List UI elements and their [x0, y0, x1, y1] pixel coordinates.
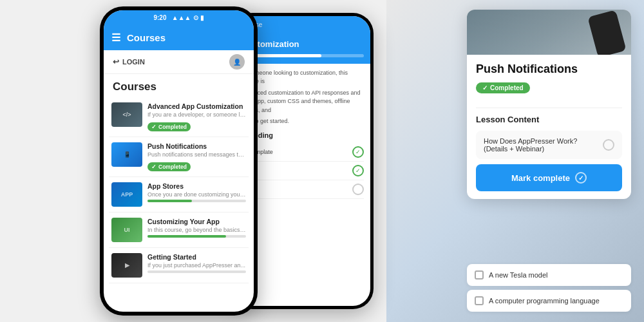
- quiz-checkbox[interactable]: [475, 270, 484, 279]
- mark-complete-label: Mark complete: [511, 173, 570, 183]
- signal-icon: ▲▲▲: [172, 14, 191, 21]
- nav-title: Courses: [127, 32, 166, 43]
- course-thumb: APP: [111, 182, 142, 207]
- mid-lesson-title: nd Template: [242, 148, 352, 157]
- check-icon: ✓: [151, 164, 156, 170]
- mid-progress-bar: [242, 54, 364, 57]
- list-item[interactable]: UI Customizing Your App In this course, …: [109, 213, 249, 248]
- mid-lesson-item[interactable]: nd Template ✓: [242, 143, 364, 162]
- login-bar: ↩ LOGIN 👤: [104, 50, 254, 74]
- progress-fill: [147, 200, 192, 202]
- card-overlay: Push Notifications ✓ Completed Lesson Co…: [467, 10, 631, 199]
- mid-section-title: & Coding: [242, 130, 364, 141]
- course-desc: If you just purchased AppPresser an...: [147, 262, 246, 269]
- check-circle-done: ✓: [352, 146, 364, 158]
- list-item[interactable]: 📱 Push Notifications Push notifications …: [109, 137, 249, 177]
- mid-course-label: Course: [242, 21, 364, 28]
- hamburger-icon[interactable]: ☰: [111, 32, 120, 44]
- login-icon: ↩: [113, 57, 119, 66]
- course-name: Getting Started: [147, 253, 246, 261]
- courses-page-title: Courses: [104, 74, 254, 97]
- course-desc: Once you are done customizing your ...: [147, 191, 246, 198]
- quiz-text: A computer programming language: [489, 297, 600, 305]
- lesson-content-title: Lesson Content: [476, 115, 622, 124]
- check-circle-done: ✓: [352, 165, 364, 176]
- phone-left: 9:20 ▲▲▲ ⊙ ▮ ☰ Courses ↩ LOGIN 👤 Courses: [100, 6, 258, 316]
- lesson-item-text: How Does AppPresser Work? (Details + Web…: [484, 137, 603, 153]
- quiz-checkbox[interactable]: [475, 296, 484, 305]
- nav-bar: ☰ Courses: [104, 24, 254, 50]
- course-thumb: ▶: [111, 253, 142, 278]
- card-photo: [467, 10, 631, 55]
- mid-lesson-item[interactable]: ✓: [242, 162, 364, 180]
- list-item[interactable]: ▶ Getting Started If you just purchased …: [109, 248, 249, 283]
- mid-course-title: AppCustomization: [242, 28, 364, 50]
- course-desc: If you are a developer, or someone lo...: [147, 111, 246, 118]
- status-bar: 9:20 ▲▲▲ ⊙ ▮: [104, 10, 254, 24]
- avatar[interactable]: 👤: [229, 54, 245, 70]
- quiz-text: A new Tesla model: [489, 271, 548, 279]
- check-icon: ✓: [151, 124, 156, 130]
- list-item[interactable]: </> Advanced App Customization If you ar…: [109, 97, 249, 137]
- course-desc: In this course, go beyond the basics ...: [147, 227, 246, 233]
- mid-desc2: advanced customization to API responses …: [242, 89, 364, 115]
- radio-circle[interactable]: [603, 139, 614, 151]
- wifi-icon: ⊙: [193, 14, 198, 21]
- progress-fill: [147, 235, 226, 238]
- quiz-card[interactable]: A new Tesla model: [467, 264, 631, 286]
- course-name: Advanced App Customization: [147, 102, 246, 110]
- card-title: Push Notifications: [476, 62, 622, 76]
- divider: [476, 108, 622, 108]
- quiz-card[interactable]: A computer programming language: [467, 290, 631, 312]
- card-body: Push Notifications ✓ Completed Lesson Co…: [467, 55, 631, 199]
- card-completed-badge: ✓ Completed: [476, 82, 530, 93]
- completed-badge: ✓ Completed: [147, 122, 191, 131]
- check-circle-empty: [352, 184, 364, 195]
- course-thumb: 📱: [111, 142, 142, 167]
- course-name: Push Notifications: [147, 142, 246, 150]
- course-thumb: </>: [111, 102, 142, 127]
- avatar-icon: 👤: [233, 59, 241, 66]
- progress-bar: [147, 235, 246, 238]
- status-time: 9:20: [153, 14, 166, 21]
- course-thumb: UI: [111, 218, 142, 242]
- battery-icon: ▮: [200, 14, 204, 21]
- mark-complete-button[interactable]: Mark complete ✓: [476, 164, 622, 191]
- mid-lesson-item[interactable]: [242, 180, 364, 199]
- course-list: </> Advanced App Customization If you ar…: [104, 97, 254, 312]
- lesson-item-card[interactable]: How Does AppPresser Work? (Details + Web…: [476, 131, 622, 159]
- check-icon: ✓: [482, 84, 488, 91]
- progress-bar: [147, 200, 246, 202]
- bottom-cards-area: A new Tesla model A computer programming…: [467, 264, 631, 316]
- progress-bar: [147, 270, 246, 273]
- course-desc: Push notifications send messages to ...: [147, 151, 246, 158]
- course-name: App Stores: [147, 182, 246, 190]
- completed-badge: ✓ Completed: [147, 162, 191, 171]
- course-name: Customizing Your App: [147, 218, 246, 225]
- mid-desc3: how to get started.: [242, 117, 364, 126]
- login-label[interactable]: LOGIN: [122, 58, 145, 66]
- list-item[interactable]: APP App Stores Once you are done customi…: [109, 177, 249, 213]
- mid-desc: or someone looking to customization, thi…: [242, 69, 364, 86]
- check-icon-btn: ✓: [575, 172, 587, 184]
